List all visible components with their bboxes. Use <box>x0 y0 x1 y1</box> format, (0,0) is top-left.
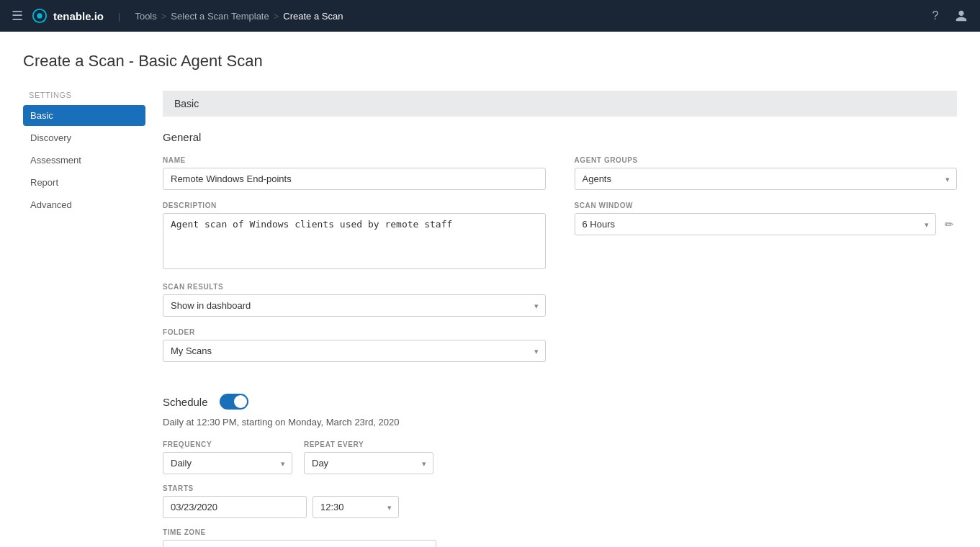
scan-results-label: SCAN RESULTS <box>163 283 546 291</box>
description-input[interactable] <box>163 213 546 269</box>
starts-date-input[interactable] <box>163 496 307 518</box>
scan-results-select[interactable]: Show in dashboard Do not show in dashboa… <box>163 294 546 317</box>
starts-time-select[interactable]: 12:00 12:30 13:00 <box>313 496 399 518</box>
sidebar-group-label: Settings <box>23 91 145 99</box>
logo: tenable.io <box>32 8 104 24</box>
timezone-row: TIME ZONE America/New York America/Los_A… <box>163 528 957 547</box>
page-content: Create a Scan - Basic Agent Scan Setting… <box>0 32 980 547</box>
agent-groups-select[interactable]: Agents <box>575 168 958 190</box>
main-panel: Basic General NAME DESCRIPTION <box>163 91 957 547</box>
name-input[interactable] <box>163 168 546 190</box>
timezone-group: TIME ZONE America/New York America/Los_A… <box>163 528 436 547</box>
form-col-right: AGENT GROUPS Agents SCAN WINDOW <box>575 156 958 374</box>
timezone-select-wrapper: America/New York America/Los_Angeles Ame… <box>163 540 436 547</box>
folder-group: FOLDER My Scans Trash <box>163 328 546 362</box>
schedule-description: Daily at 12:30 PM, starting on Monday, M… <box>163 417 957 428</box>
schedule-toggle[interactable] <box>220 394 248 410</box>
schedule-title: Schedule <box>163 396 208 408</box>
agent-groups-group: AGENT GROUPS Agents <box>575 156 958 190</box>
scan-window-row: 1 Hour 2 Hours 4 Hours 6 Hours 8 Hours 1… <box>575 213 958 235</box>
scan-window-group: SCAN WINDOW 1 Hour 2 Hours 4 Hours 6 Hou… <box>575 202 958 235</box>
page-title: Create a Scan - Basic Agent Scan <box>23 52 957 71</box>
scan-results-select-wrapper: Show in dashboard Do not show in dashboa… <box>163 294 546 317</box>
sidebar-item-basic[interactable]: Basic <box>23 105 145 126</box>
sidebar-item-discovery[interactable]: Discovery <box>23 127 145 148</box>
breadcrumb: Tools > Select a Scan Template > Create … <box>135 11 343 22</box>
repeat-select-wrapper: Day 2 Days 3 Days 5 Days 7 Days <box>304 452 433 474</box>
frequency-select-wrapper: Once Daily Weekly Monthly <box>163 452 292 474</box>
scan-window-select[interactable]: 1 Hour 2 Hours 4 Hours 6 Hours 8 Hours 1… <box>575 213 937 235</box>
layout: Settings Basic Discovery Assessment Repo… <box>23 91 957 547</box>
help-icon[interactable]: ? <box>928 9 943 23</box>
folder-select-wrapper: My Scans Trash <box>163 340 546 362</box>
user-icon[interactable] <box>954 9 968 23</box>
scan-window-label: SCAN WINDOW <box>575 202 958 209</box>
scan-results-group: SCAN RESULTS Show in dashboard Do not sh… <box>163 283 546 317</box>
general-section-title: General <box>163 131 957 143</box>
repeat-select[interactable]: Day 2 Days 3 Days 5 Days 7 Days <box>304 452 433 474</box>
name-group: NAME <box>163 156 546 190</box>
timezone-select[interactable]: America/New York America/Los_Angeles Ame… <box>163 540 436 547</box>
scan-window-select-wrapper: 1 Hour 2 Hours 4 Hours 6 Hours 8 Hours 1… <box>575 213 937 235</box>
general-form-grid: NAME DESCRIPTION SCAN RESULTS Show in da <box>163 156 957 374</box>
svg-point-1 <box>37 13 42 18</box>
sidebar-item-advanced[interactable]: Advanced <box>23 194 145 215</box>
frequency-label: FREQUENCY <box>163 440 292 448</box>
sidebar-item-assessment[interactable]: Assessment <box>23 150 145 171</box>
description-group: DESCRIPTION <box>163 202 546 271</box>
topnav: ☰ tenable.io | Tools > Select a Scan Tem… <box>0 0 980 32</box>
form-col-left: NAME DESCRIPTION SCAN RESULTS Show in da <box>163 156 546 374</box>
schedule-header: Schedule <box>163 394 957 410</box>
starts-label: STARTS <box>163 484 399 492</box>
hamburger-menu[interactable]: ☰ <box>12 8 23 24</box>
repeat-label: REPEAT EVERY <box>304 440 433 448</box>
starts-group: STARTS 12:00 12:30 13:00 <box>163 484 399 518</box>
name-label: NAME <box>163 156 546 164</box>
starts-row: STARTS 12:00 12:30 13:00 <box>163 484 957 518</box>
starts-time-select-wrapper: 12:00 12:30 13:00 <box>313 496 399 518</box>
frequency-select[interactable]: Once Daily Weekly Monthly <box>163 452 292 474</box>
timezone-label: TIME ZONE <box>163 528 436 536</box>
repeat-group: REPEAT EVERY Day 2 Days 3 Days 5 Days 7 … <box>304 440 433 474</box>
section-header: Basic <box>163 91 957 117</box>
scan-window-edit-icon[interactable]: ✏ <box>942 215 957 234</box>
agent-groups-select-wrapper: Agents <box>575 168 958 190</box>
agent-groups-label: AGENT GROUPS <box>575 156 958 164</box>
sidebar-item-report[interactable]: Report <box>23 172 145 193</box>
sidebar: Settings Basic Discovery Assessment Repo… <box>23 91 145 547</box>
description-label: DESCRIPTION <box>163 202 546 209</box>
folder-select[interactable]: My Scans Trash <box>163 340 546 362</box>
frequency-group: FREQUENCY Once Daily Weekly Monthly <box>163 440 292 474</box>
frequency-row: FREQUENCY Once Daily Weekly Monthly REPE… <box>163 440 957 474</box>
folder-label: FOLDER <box>163 328 546 336</box>
